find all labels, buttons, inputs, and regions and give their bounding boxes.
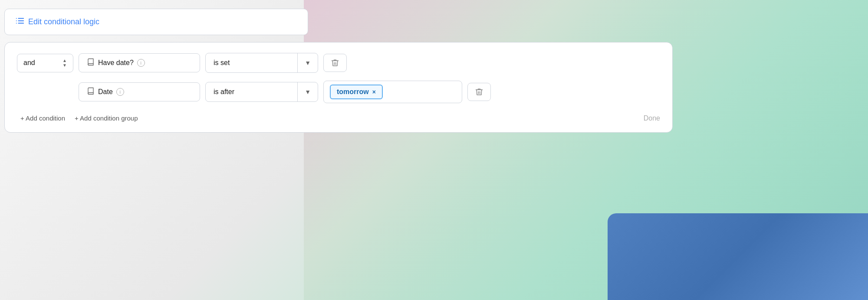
value-tag-tomorrow: tomorrow ×: [330, 85, 383, 99]
edit-conditional-logic-button[interactable]: Edit conditional logic: [4, 9, 308, 35]
operator-value-row1: is set: [206, 55, 297, 71]
info-icon-row1[interactable]: i: [137, 59, 145, 67]
delete-button-row2[interactable]: [467, 83, 491, 101]
operator-box-row1[interactable]: is set ▼: [205, 53, 318, 73]
add-condition-group-button[interactable]: + Add condition group: [71, 113, 141, 124]
conjunction-chevron-updown: ▲ ▼: [62, 59, 67, 68]
footer-left: + Add condition + Add condition group: [17, 113, 141, 124]
value-tag-close-icon[interactable]: ×: [372, 88, 376, 95]
conjunction-value: and: [23, 59, 35, 67]
chevron-down-icon: ▼: [62, 63, 67, 68]
conjunction-selector[interactable]: and ▲ ▼: [17, 54, 73, 72]
field-selector-row1[interactable]: Have date? i: [79, 53, 200, 72]
field-name-row1: Have date?: [98, 59, 134, 67]
done-button[interactable]: Done: [644, 114, 660, 122]
book-icon-row1: [87, 58, 95, 68]
field-selector-row2[interactable]: Date i: [79, 82, 200, 101]
add-condition-button[interactable]: + Add condition: [17, 113, 69, 124]
info-icon-row2[interactable]: i: [116, 88, 124, 96]
condition-row-1: and ▲ ▼ Have date? i is set: [17, 53, 660, 73]
edit-button-label: Edit conditional logic: [28, 17, 99, 26]
operator-chevron-row2[interactable]: ▼: [298, 84, 318, 100]
delete-button-row1[interactable]: [323, 54, 347, 72]
conditions-panel: and ▲ ▼ Have date? i is set: [4, 42, 673, 133]
condition-row-2: Date i is after ▼ tomorrow ×: [79, 81, 660, 103]
chevron-up-icon: ▲: [62, 59, 67, 63]
background-bottom-right: [608, 213, 868, 300]
book-icon-row2: [87, 87, 95, 97]
operator-box-row2[interactable]: is after ▼: [205, 82, 318, 102]
value-box-row2[interactable]: tomorrow ×: [323, 81, 462, 103]
operator-chevron-row1[interactable]: ▼: [298, 55, 318, 71]
value-tag-label: tomorrow: [337, 88, 369, 96]
field-name-row2: Date: [98, 88, 113, 96]
main-container: Edit conditional logic and ▲ ▼: [4, 9, 343, 133]
operator-value-row2: is after: [206, 84, 297, 100]
logic-icon: [15, 16, 25, 28]
footer-row: + Add condition + Add condition group Do…: [17, 113, 660, 124]
